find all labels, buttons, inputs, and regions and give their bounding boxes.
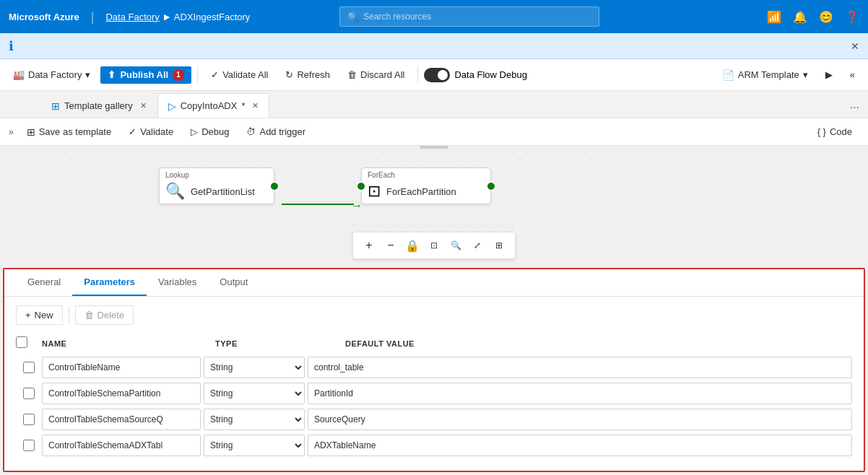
zoom-in-button[interactable]: + [359, 235, 379, 256]
debug-label: Debug [201, 126, 229, 137]
foreach-connector-right [486, 181, 496, 191]
delete-parameter-button[interactable]: 🗑 Delete [75, 305, 134, 325]
toggle-track[interactable] [424, 68, 450, 82]
param-name-input-3[interactable] [42, 435, 201, 456]
data-factory-icon: 🏭 [13, 69, 25, 80]
arm-template-label: ARM Template [738, 69, 799, 80]
pipeline-sidebar-expand[interactable]: » [9, 127, 14, 137]
save-as-template-button[interactable]: ⊞ Save as template [19, 123, 118, 141]
tab-output[interactable]: Output [208, 269, 259, 296]
debug-button[interactable]: ▷ Debug [183, 123, 236, 140]
zoom-search-button[interactable]: 🔍 [446, 235, 466, 256]
info-close-button[interactable]: ✕ [851, 40, 859, 52]
search-bar[interactable]: 🔍 [339, 6, 599, 27]
validate-button[interactable]: ✓ Validate [121, 123, 181, 140]
refresh-icon: ↻ [285, 69, 293, 80]
lookup-node[interactable]: Lookup 🔍 GetPartitionList [159, 167, 274, 204]
sidebar-expand[interactable]: » [3, 0, 8, 27]
bottom-panel: General Parameters Variables Output + Ne… [3, 268, 865, 472]
param-name-input-0[interactable] [42, 357, 201, 378]
publish-all-button[interactable]: ⬆ Publish All 1 [100, 66, 191, 84]
tab-parameters[interactable]: Parameters [72, 269, 147, 296]
bell-icon[interactable]: 🔔 [793, 10, 807, 24]
lookup-icon: 🔍 [165, 182, 185, 201]
select-all-checkbox[interactable] [16, 336, 27, 348]
foreach-node-type: ForEach [368, 171, 485, 179]
tab-template-gallery-close[interactable]: ✕ [140, 101, 147, 110]
validate-all-button[interactable]: ✓ Validate All [204, 66, 275, 83]
params-toolbar-separator [69, 307, 69, 324]
param-default-input-2[interactable] [308, 409, 852, 430]
arm-template-chevron: ▾ [803, 69, 808, 80]
tab-template-gallery[interactable]: ⊞ Template gallery ✕ [40, 93, 157, 118]
fit-view-button[interactable]: ⊡ [424, 235, 444, 256]
panel-content: + New 🗑 Delete NAME TYPE DEFAULT VALUE [4, 297, 864, 469]
search-input[interactable] [363, 12, 591, 22]
tab-variables[interactable]: Variables [147, 269, 208, 296]
data-flow-debug-toggle[interactable]: Data Flow Debug [424, 68, 526, 82]
param-type-select-2[interactable]: StringIntegerBooleanArrayObjectFloat [204, 409, 305, 430]
tab-copy-into-adx[interactable]: ▷ CopyIntoADX * ✕ [157, 93, 270, 118]
data-factory-button[interactable]: 🏭 Data Factory ▾ [6, 66, 97, 83]
foreach-node-body: ⊡ ForEachPartition [368, 182, 485, 201]
canvas-toolbar: + − 🔒 ⊡ 🔍 ⤢ ⊞ [352, 232, 516, 259]
breadcrumb-data-factory[interactable]: Data Factory [105, 12, 159, 22]
params-table-body: StringIntegerBooleanArrayObjectFloat Str… [16, 357, 852, 456]
lookup-node-name: GetPartitionList [191, 186, 255, 197]
zoom-out-button[interactable]: − [381, 235, 401, 256]
lock-button[interactable]: 🔒 [402, 235, 422, 256]
tab-general[interactable]: General [16, 269, 72, 296]
tab-bar: » ⊞ Template gallery ✕ ▷ CopyIntoADX * ✕… [0, 91, 868, 118]
tab-more-button[interactable]: ... [850, 98, 859, 111]
publish-icon: ⬆ [108, 69, 116, 80]
code-button[interactable]: { } Code [810, 123, 859, 140]
discard-all-label: Discard All [360, 69, 404, 80]
brand-label: Microsoft Azure [9, 12, 79, 22]
header-check-col [16, 336, 42, 351]
param-default-input-3[interactable] [308, 435, 852, 456]
run-button[interactable]: ▶ [818, 66, 840, 83]
row-checkbox-1[interactable] [23, 388, 35, 399]
param-type-select-3[interactable]: StringIntegerBooleanArrayObjectFloat [204, 435, 305, 456]
param-name-input-2[interactable] [42, 409, 201, 430]
discard-all-button[interactable]: 🗑 Discard All [340, 66, 412, 83]
toggle-thumb [438, 70, 448, 80]
table-row: StringIntegerBooleanArrayObjectFloat [16, 357, 852, 378]
fit-width-button[interactable]: ⤢ [467, 235, 487, 256]
publish-badge: 1 [173, 69, 184, 81]
arm-template-icon: 📄 [722, 69, 734, 81]
collapse-button[interactable]: « [843, 66, 862, 83]
tab-copy-close[interactable]: ✕ [252, 101, 259, 110]
new-parameter-button[interactable]: + New [16, 305, 63, 325]
row-check-col [16, 414, 42, 425]
row-checkbox-3[interactable] [23, 440, 35, 451]
collapse-icon: « [850, 69, 855, 80]
lookup-connector-right [269, 181, 279, 191]
param-default-input-1[interactable] [308, 383, 852, 404]
data-factory-chevron: ▾ [85, 69, 90, 80]
tab-template-gallery-icon: ⊞ [51, 100, 60, 112]
param-name-input-1[interactable] [42, 383, 201, 404]
table-row: StringIntegerBooleanArrayObjectFloat [16, 383, 852, 404]
add-trigger-button[interactable]: ⏱ Add trigger [239, 123, 313, 140]
param-type-select-0[interactable]: StringIntegerBooleanArrayObjectFloat [204, 357, 305, 378]
refresh-button[interactable]: ↻ Refresh [278, 66, 337, 83]
code-icon: { } [817, 126, 826, 137]
layout-button[interactable]: ⊞ [489, 235, 509, 256]
row-checkbox-0[interactable] [23, 362, 35, 373]
save-template-icon: ⊞ [27, 126, 35, 138]
account-icon[interactable]: 😊 [819, 10, 833, 24]
arm-template-button[interactable]: 📄 ARM Template ▾ [715, 66, 815, 84]
param-type-select-1[interactable]: StringIntegerBooleanArrayObjectFloat [204, 383, 305, 404]
param-default-input-0[interactable] [308, 357, 852, 378]
lookup-node-body: 🔍 GetPartitionList [165, 182, 268, 201]
tab-template-gallery-label: Template gallery [64, 100, 133, 111]
foreach-node[interactable]: ForEach ⊡ ForEachPartition [361, 167, 491, 204]
data-flow-debug-label: Data Flow Debug [454, 69, 526, 80]
help-icon[interactable]: ❓ [845, 10, 859, 24]
breadcrumb: Data Factory ▶ ADXIngestFactory [105, 12, 250, 22]
row-checkbox-2[interactable] [23, 414, 35, 425]
foreach-node-name: ForEachPartition [386, 186, 456, 197]
wifi-icon[interactable]: 📶 [767, 10, 781, 24]
panel-drag-handle[interactable] [420, 146, 448, 149]
